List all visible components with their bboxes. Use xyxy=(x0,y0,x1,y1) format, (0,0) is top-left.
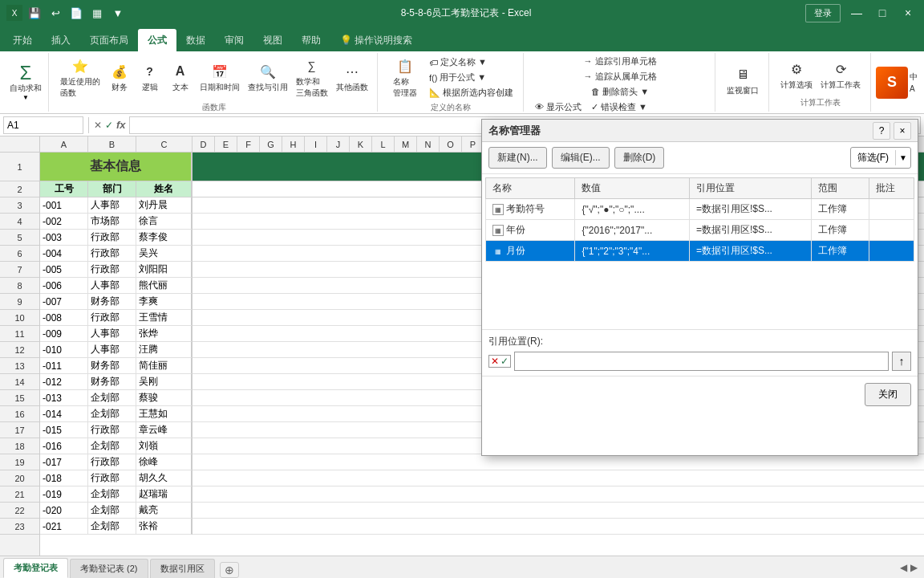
row-header-17[interactable]: 17 xyxy=(0,422,39,438)
cell-bumen-21[interactable]: 企划部 xyxy=(88,486,136,503)
row-header-21[interactable]: 21 xyxy=(0,486,39,503)
cell-bumen-18[interactable]: 企划部 xyxy=(88,438,136,454)
calc-sheet-btn[interactable]: ⟳ 计算工作表 xyxy=(817,58,864,92)
cell-bumen-5[interactable]: 行政部 xyxy=(88,230,136,246)
col-header-j[interactable]: J xyxy=(327,136,350,152)
logical-btn[interactable]: ? 逻辑 xyxy=(136,60,164,95)
filter-arrow-icon[interactable]: ▼ xyxy=(895,150,910,165)
login-button[interactable]: 登录 xyxy=(805,4,841,22)
row-header-15[interactable]: 15 xyxy=(0,390,39,406)
col-header-f[interactable]: F xyxy=(237,136,260,152)
row-header-6[interactable]: 6 xyxy=(0,246,39,262)
table-row-selected[interactable]: ▦月份 {"1";"2";"3";"4"... =数据引用区!$S... 工作簿 xyxy=(486,241,914,262)
tab-insert[interactable]: 插入 xyxy=(42,29,80,51)
define-name-btn[interactable]: 🏷 定义名称 ▼ xyxy=(426,55,517,69)
cell-basic-info-header[interactable]: 基本信息 xyxy=(40,153,192,181)
row-header-10[interactable]: 10 xyxy=(0,310,39,326)
qat-grid[interactable]: ▦ xyxy=(88,4,106,22)
cell-name-15[interactable]: 蔡骏 xyxy=(136,390,192,406)
row-header-19[interactable]: 19 xyxy=(0,454,39,470)
col-header-h[interactable]: H xyxy=(282,136,305,152)
remove-arrows-btn[interactable]: 🗑 删除箭头 ▼ xyxy=(588,85,652,99)
cell-name-6[interactable]: 吴兴 xyxy=(136,246,192,262)
col-header-e[interactable]: E xyxy=(215,136,237,152)
col-header-c[interactable]: C xyxy=(136,136,192,152)
cell-name-11[interactable]: 张烨 xyxy=(136,326,192,342)
qat-save[interactable]: 💾 xyxy=(26,4,43,22)
cell-name-20[interactable]: 胡久久 xyxy=(136,470,192,486)
add-sheet-button[interactable]: ⊕ xyxy=(220,562,239,578)
cell-gonghaoid-18[interactable]: -016 xyxy=(40,438,88,454)
financial-btn[interactable]: 💰 财务 xyxy=(105,60,134,95)
cell-gonghaoid-9[interactable]: -007 xyxy=(40,294,88,310)
ref-confirm-icon[interactable]: ✓ xyxy=(500,356,509,367)
cell-name-23[interactable]: 张裕 xyxy=(136,519,192,535)
cell-attendance-data-21[interactable] xyxy=(192,486,924,503)
maximize-button[interactable]: □ xyxy=(873,3,892,22)
col-header-i[interactable]: I xyxy=(305,136,327,152)
cell-name-18[interactable]: 刘嶺 xyxy=(136,438,192,454)
use-in-formula-btn[interactable]: f() 用于公式 ▼ xyxy=(426,71,517,84)
new-name-button[interactable]: 新建(N)... xyxy=(488,147,547,169)
cell-name-12[interactable]: 汪腾 xyxy=(136,342,192,358)
recently-used-btn[interactable]: ⭐ 最近使用的函数 xyxy=(57,55,103,100)
col-header-l[interactable]: L xyxy=(372,136,395,152)
tab-view[interactable]: 视图 xyxy=(253,29,292,51)
cell-bumen-17[interactable]: 行政部 xyxy=(88,422,136,438)
qat-more[interactable]: ▼ xyxy=(109,4,127,22)
cell-gonghaoid-19[interactable]: -017 xyxy=(40,454,88,470)
cell-name-3[interactable]: 刘丹晨 xyxy=(136,197,192,214)
table-row[interactable]: ▦年份 {"2016";"2017"... =数据引用区!$S... 工作簿 xyxy=(486,220,914,241)
row-header-18[interactable]: 18 xyxy=(0,438,39,454)
scroll-right-btn[interactable]: ▶ xyxy=(910,562,918,573)
row-header-7[interactable]: 7 xyxy=(0,262,39,278)
scroll-left-btn[interactable]: ◀ xyxy=(900,562,907,573)
cancel-icon[interactable]: ✕ xyxy=(94,120,102,131)
cell-name-5[interactable]: 蔡李俊 xyxy=(136,230,192,246)
cell-name-13[interactable]: 简佳丽 xyxy=(136,358,192,374)
cell-bumen-13[interactable]: 财务部 xyxy=(88,358,136,374)
cell-bumen-4[interactable]: 市场部 xyxy=(88,214,136,230)
col-header-o[interactable]: O xyxy=(440,136,462,152)
cell-bumen-9[interactable]: 财务部 xyxy=(88,294,136,310)
sheet-tab-attendance[interactable]: 考勤登记表 xyxy=(3,558,68,578)
other-functions-btn[interactable]: ⋯ 其他函数 xyxy=(333,60,371,95)
cell-name-22[interactable]: 戴亮 xyxy=(136,503,192,519)
cell-name-16[interactable]: 王慧如 xyxy=(136,406,192,422)
row-header-2[interactable]: 2 xyxy=(0,181,39,197)
tab-search[interactable]: 💡 操作说明搜索 xyxy=(330,29,422,51)
cell-bumen-15[interactable]: 企划部 xyxy=(88,390,136,406)
confirm-icon[interactable]: ✓ xyxy=(105,120,113,131)
cell-bumen-20[interactable]: 行政部 xyxy=(88,470,136,486)
ref-input-field[interactable]: =数据引用区!$D$2:$D$13 xyxy=(514,352,889,371)
cell-bumen-10[interactable]: 行政部 xyxy=(88,310,136,326)
ref-cancel-icon[interactable]: ✕ xyxy=(491,356,499,367)
cell-gonghaoid-14[interactable]: -012 xyxy=(40,374,88,390)
row-header-3[interactable]: 3 xyxy=(0,197,39,214)
cell-gonghaoid-7[interactable]: -005 xyxy=(40,262,88,278)
row-header-1[interactable]: 1 xyxy=(0,153,39,181)
lookup-btn[interactable]: 🔍 查找与引用 xyxy=(245,60,291,95)
fx-icon[interactable]: fx xyxy=(116,119,126,131)
cell-name-4[interactable]: 徐言 xyxy=(136,214,192,230)
show-formulas-btn[interactable]: 👁 显示公式 xyxy=(532,100,585,114)
cell-xingming[interactable]: 姓名 xyxy=(136,181,192,197)
cell-name-14[interactable]: 吴刚 xyxy=(136,374,192,390)
col-header-b[interactable]: B xyxy=(88,136,136,152)
tab-formula[interactable]: 公式 xyxy=(138,29,176,51)
cell-gonghaoid-22[interactable]: -020 xyxy=(40,503,88,519)
dialog-close-btn[interactable]: × xyxy=(894,122,911,140)
cell-gonghaoid-3[interactable]: -001 xyxy=(40,197,88,214)
edit-name-button[interactable]: 编辑(E)... xyxy=(552,147,610,169)
row-header-14[interactable]: 14 xyxy=(0,374,39,390)
col-header-k[interactable]: K xyxy=(350,136,372,152)
brand-btn-2[interactable]: A xyxy=(910,84,918,93)
delete-name-button[interactable]: 删除(D) xyxy=(614,147,665,169)
cell-bumen-22[interactable]: 企划部 xyxy=(88,503,136,519)
dialog-help-btn[interactable]: ? xyxy=(873,122,890,140)
cell-bumen-3[interactable]: 人事部 xyxy=(88,197,136,214)
cell-gonghaoid-13[interactable]: -011 xyxy=(40,358,88,374)
cell-attendance-data-19[interactable] xyxy=(192,454,924,470)
name-manager-btn[interactable]: 📋 名称管理器 xyxy=(386,55,424,100)
ref-collapse-button[interactable]: ↑ xyxy=(892,352,911,371)
